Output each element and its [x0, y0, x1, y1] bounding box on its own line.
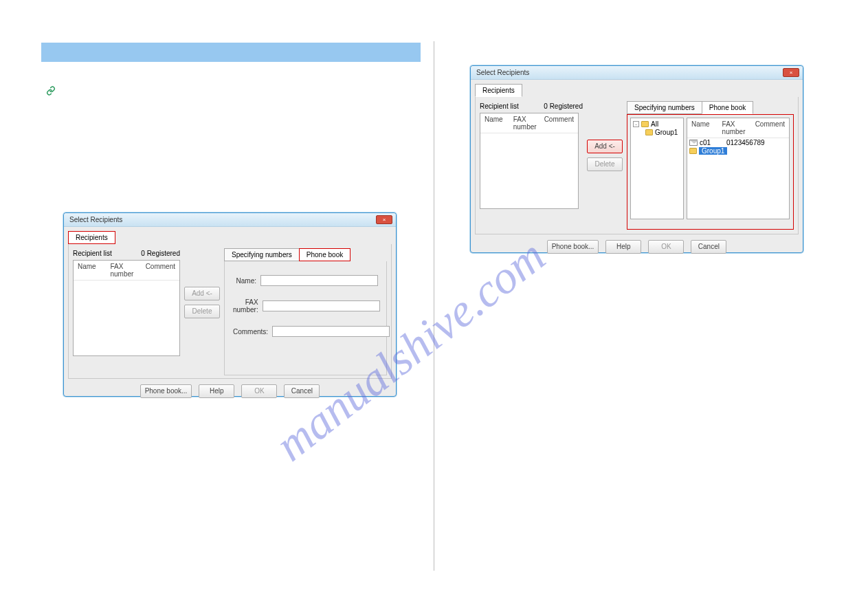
link-icon: [46, 86, 56, 96]
recipient-list[interactable]: Name FAX number Comment: [480, 113, 579, 209]
tab-specifying-numbers[interactable]: Specifying numbers: [627, 101, 702, 114]
comments-field[interactable]: [272, 326, 390, 337]
mail-icon: [689, 140, 698, 146]
tab-recipients[interactable]: Recipients: [475, 84, 522, 97]
column-header-name: Name: [78, 263, 103, 278]
phone-book-button[interactable]: Phone book...: [547, 240, 599, 254]
fax-label: FAX number:: [233, 298, 258, 314]
tab-phone-book[interactable]: Phone book: [299, 248, 350, 261]
tab-recipients[interactable]: Recipients: [68, 231, 115, 244]
name-field[interactable]: [260, 275, 378, 286]
column-header-comment: Comment: [544, 116, 574, 131]
delete-button[interactable]: Delete: [184, 305, 220, 318]
close-icon: ×: [383, 217, 386, 223]
recipient-list[interactable]: Name FAX number Comment: [73, 260, 180, 356]
registered-count: 0 Registered: [544, 102, 583, 110]
tab-specifying-numbers[interactable]: Specifying numbers: [224, 248, 300, 261]
folder-icon: [641, 121, 649, 127]
recipient-list-label: Recipient list: [480, 102, 519, 110]
help-button[interactable]: Help: [199, 384, 234, 398]
column-divider: [434, 41, 434, 571]
contact-list[interactable]: Name FAX number Comment c01 0123456789: [687, 118, 790, 219]
add-button[interactable]: Add <-: [587, 140, 623, 153]
tree-node-group1[interactable]: Group1: [633, 129, 681, 137]
folder-icon: [645, 129, 653, 135]
close-button[interactable]: ×: [783, 68, 799, 77]
contact-row[interactable]: c01 0123456789: [689, 139, 787, 147]
column-header-comment: Comment: [146, 263, 175, 278]
column-header-name: Name: [485, 116, 507, 131]
dialog-titlebar: Select Recipients ×: [64, 213, 396, 227]
column-header-comment: Comment: [755, 120, 785, 135]
tree-node-all[interactable]: - All: [633, 120, 681, 129]
section-header-bar: [41, 43, 421, 62]
column-header-name: Name: [691, 120, 715, 135]
name-label: Name:: [233, 277, 256, 285]
dialog-title: Select Recipients: [69, 216, 122, 223]
help-button[interactable]: Help: [605, 240, 641, 254]
close-icon: ×: [790, 69, 793, 76]
contact-row-group[interactable]: Group1: [689, 147, 787, 155]
ok-button[interactable]: OK: [241, 384, 277, 398]
cancel-button[interactable]: Cancel: [691, 240, 726, 254]
fax-field[interactable]: [263, 300, 380, 311]
delete-button[interactable]: Delete: [587, 157, 623, 171]
group-tree[interactable]: - All Group1: [630, 118, 684, 219]
select-recipients-dialog-2: Select Recipients × Recipients Recipient…: [470, 65, 803, 253]
cancel-button[interactable]: Cancel: [284, 384, 320, 398]
comments-label: Comments:: [233, 328, 268, 336]
close-button[interactable]: ×: [376, 215, 392, 224]
folder-icon: [689, 148, 697, 154]
column-header-fax: FAX number: [110, 263, 138, 278]
phone-book-button[interactable]: Phone book...: [140, 384, 192, 398]
column-header-fax: FAX number: [722, 120, 748, 135]
add-button[interactable]: Add <-: [184, 287, 220, 300]
ok-button[interactable]: OK: [648, 240, 684, 254]
collapse-icon[interactable]: -: [633, 121, 639, 127]
recipient-list-label: Recipient list: [73, 250, 112, 257]
tab-phone-book[interactable]: Phone book: [702, 101, 753, 114]
dialog-titlebar: Select Recipients ×: [471, 66, 803, 80]
column-header-fax: FAX number: [513, 116, 537, 131]
registered-count: 0 Registered: [141, 250, 180, 257]
dialog-title: Select Recipients: [476, 69, 529, 76]
select-recipients-dialog-1: Select Recipients × Recipients Recipient…: [63, 212, 397, 397]
